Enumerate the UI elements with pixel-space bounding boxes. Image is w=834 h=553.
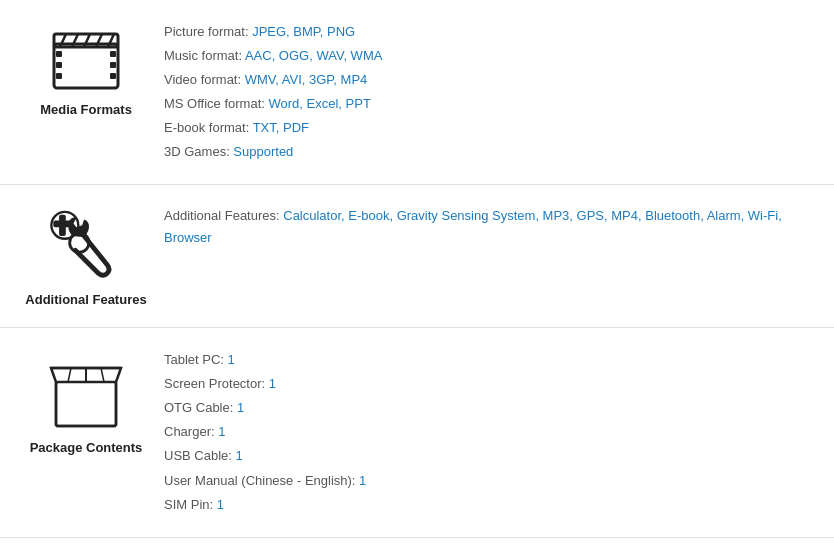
svg-rect-11 (110, 62, 116, 68)
row-value: 1 (232, 448, 243, 463)
row-label: E-book format: (164, 120, 249, 135)
row-label: User Manual (Chinese - English): (164, 473, 355, 488)
row-value: TXT, PDF (249, 120, 309, 135)
row-label: USB Cable: (164, 448, 232, 463)
svg-rect-10 (110, 51, 116, 57)
row-label: Screen Protector: (164, 376, 265, 391)
package-contents-row-0: Tablet PC: 1 (164, 348, 818, 372)
svg-rect-0 (54, 44, 118, 88)
additional-features-label: Additional Features (25, 292, 146, 307)
media-formats-section: Media Formats Picture format: JPEG, BMP,… (0, 0, 834, 185)
row-value: Word, Excel, PPT (265, 96, 371, 111)
row-value: Supported (230, 144, 294, 159)
row-label: MS Office format: (164, 96, 265, 111)
media-formats-row-1: Music format: AAC, OGG, WAV, WMA (164, 44, 818, 68)
additional-features-section: Additional Features Additional Features:… (0, 185, 834, 328)
media-formats-icon-area: Media Formats (16, 20, 156, 117)
media-formats-label: Media Formats (40, 102, 132, 117)
row-label: Video format: (164, 72, 241, 87)
row-value: WMV, AVI, 3GP, MP4 (241, 72, 367, 87)
row-value: JPEG, BMP, PNG (249, 24, 356, 39)
row-value: 1 (215, 424, 226, 439)
row-label: Charger: (164, 424, 215, 439)
row-label: SIM Pin: (164, 497, 213, 512)
svg-rect-7 (56, 51, 62, 57)
media-formats-row-3: MS Office format: Word, Excel, PPT (164, 92, 818, 116)
svg-rect-17 (56, 382, 116, 426)
row-value: 1 (224, 352, 235, 367)
box-icon (46, 352, 126, 432)
package-contents-row-4: USB Cable: 1 (164, 444, 818, 468)
svg-line-25 (101, 368, 104, 382)
package-contents-row-6: SIM Pin: 1 (164, 493, 818, 517)
row-label: Tablet PC: (164, 352, 224, 367)
row-value: 1 (213, 497, 224, 512)
row-label: 3D Games: (164, 144, 230, 159)
additional-features-content: Additional Features: Calculator, E-book,… (156, 205, 818, 249)
package-contents-row-5: User Manual (Chinese - English): 1 (164, 469, 818, 493)
additional-features-row-0: Additional Features: Calculator, E-book,… (164, 205, 818, 249)
row-label: Additional Features: (164, 208, 280, 223)
media-formats-row-5: 3D Games: Supported (164, 140, 818, 164)
tools-icon (46, 209, 126, 284)
row-value: 1 (355, 473, 366, 488)
row-value: AAC, OGG, WAV, WMA (242, 48, 382, 63)
package-contents-content: Tablet PC: 1 Screen Protector: 1 OTG Cab… (156, 348, 818, 516)
package-contents-section: Package Contents Tablet PC: 1 Screen Pro… (0, 328, 834, 537)
svg-rect-8 (56, 62, 62, 68)
package-contents-icon-area: Package Contents (16, 348, 156, 455)
svg-rect-9 (56, 73, 62, 79)
package-contents-row-1: Screen Protector: 1 (164, 372, 818, 396)
row-label: OTG Cable: (164, 400, 233, 415)
package-contents-label: Package Contents (30, 440, 143, 455)
media-formats-row-0: Picture format: JPEG, BMP, PNG (164, 20, 818, 44)
media-formats-row-2: Video format: WMV, AVI, 3GP, MP4 (164, 68, 818, 92)
package-contents-row-2: OTG Cable: 1 (164, 396, 818, 420)
row-value: 1 (233, 400, 244, 415)
row-label: Music format: (164, 48, 242, 63)
media-formats-row-4: E-book format: TXT, PDF (164, 116, 818, 140)
media-formats-content: Picture format: JPEG, BMP, PNG Music for… (156, 20, 818, 164)
additional-features-icon-area: Additional Features (16, 205, 156, 307)
svg-rect-12 (110, 73, 116, 79)
package-contents-row-3: Charger: 1 (164, 420, 818, 444)
row-label: Picture format: (164, 24, 249, 39)
clapper-icon (46, 24, 126, 94)
row-value: 1 (265, 376, 276, 391)
svg-line-24 (68, 368, 71, 382)
